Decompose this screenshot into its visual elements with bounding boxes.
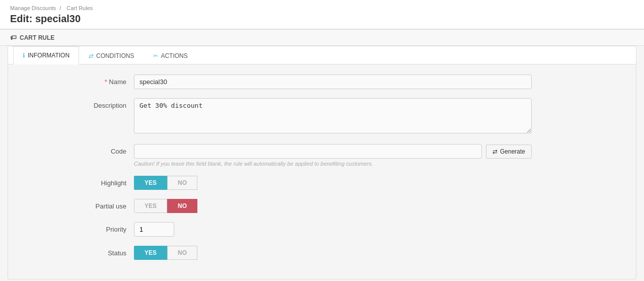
actions-icon: ✂ xyxy=(153,52,158,59)
priority-label: Priority xyxy=(23,222,134,233)
highlight-yes-button[interactable]: YES xyxy=(134,176,167,190)
name-input[interactable] xyxy=(134,75,532,89)
partial-use-no-button[interactable]: NO xyxy=(167,199,197,213)
partial-use-control: YES NO xyxy=(134,199,532,213)
description-row: Description Get 30% discount xyxy=(23,98,621,135)
highlight-label: Highlight xyxy=(23,176,134,187)
tab-conditions[interactable]: ⇄ CONDITIONS xyxy=(79,46,144,64)
tab-information[interactable]: ℹ INFORMATION xyxy=(13,46,79,64)
page-title: Edit: special30 xyxy=(10,13,634,25)
description-input[interactable]: Get 30% discount xyxy=(134,98,532,133)
partial-use-yes-button[interactable]: YES xyxy=(134,199,167,213)
tab-information-label: INFORMATION xyxy=(28,52,69,59)
status-yes-button[interactable]: YES xyxy=(134,246,167,260)
tab-actions[interactable]: ✂ ACTIONS xyxy=(144,46,197,64)
description-label: Description xyxy=(23,98,134,109)
status-toggle: YES NO xyxy=(134,246,532,260)
code-input-row: ⇄ Generate xyxy=(134,144,532,159)
tab-conditions-label: CONDITIONS xyxy=(96,52,134,59)
code-input[interactable] xyxy=(134,144,482,159)
highlight-row: Highlight YES NO xyxy=(23,176,621,190)
breadcrumb-parent[interactable]: Manage Discounts xyxy=(10,5,56,11)
highlight-control: YES NO xyxy=(134,176,532,190)
partial-use-row: Partial use YES NO xyxy=(23,199,621,213)
generate-button[interactable]: ⇄ Generate xyxy=(486,145,532,159)
information-icon: ℹ xyxy=(23,52,25,59)
code-label: Code xyxy=(23,144,134,155)
tabs-container: ℹ INFORMATION ⇄ CONDITIONS ✂ ACTIONS xyxy=(8,46,636,64)
name-control xyxy=(134,75,532,89)
highlight-no-button[interactable]: NO xyxy=(167,176,197,190)
partial-use-toggle: YES NO xyxy=(134,199,532,213)
priority-row: Priority xyxy=(23,222,621,237)
code-control: ⇄ Generate Caution! If you leave this fi… xyxy=(134,144,532,167)
priority-control xyxy=(134,222,532,237)
partial-use-label: Partial use xyxy=(23,199,134,210)
priority-input[interactable] xyxy=(134,222,174,237)
tag-icon: 🏷 xyxy=(10,34,17,41)
code-hint: Caution! If you leave this field blank, … xyxy=(134,161,532,167)
code-row: Code ⇄ Generate Caution! If you leave th… xyxy=(23,144,621,167)
top-bar: Manage Discounts / Cart Rules Edit: spec… xyxy=(0,0,644,29)
breadcrumb-current: Cart Rules xyxy=(66,5,93,11)
status-no-button[interactable]: NO xyxy=(167,246,197,260)
breadcrumb-separator: / xyxy=(59,5,61,11)
form-area: Name Description Get 30% discount Code ⇄… xyxy=(8,64,636,279)
description-control: Get 30% discount xyxy=(134,98,532,135)
generate-label: Generate xyxy=(500,148,525,155)
status-label: Status xyxy=(23,246,134,257)
conditions-icon: ⇄ xyxy=(89,52,94,59)
name-row: Name xyxy=(23,75,621,89)
tab-actions-label: ACTIONS xyxy=(161,52,187,59)
status-row: Status YES NO xyxy=(23,246,621,260)
status-control: YES NO xyxy=(134,246,532,260)
section-header: 🏷 CART RULE xyxy=(0,29,644,46)
name-label: Name xyxy=(23,75,134,86)
cart-rule-card: ℹ INFORMATION ⇄ CONDITIONS ✂ ACTIONS Nam… xyxy=(8,46,636,279)
breadcrumb: Manage Discounts / Cart Rules xyxy=(10,5,634,11)
generate-icon: ⇄ xyxy=(492,148,497,155)
highlight-toggle: YES NO xyxy=(134,176,532,190)
section-label: CART RULE xyxy=(20,34,54,41)
